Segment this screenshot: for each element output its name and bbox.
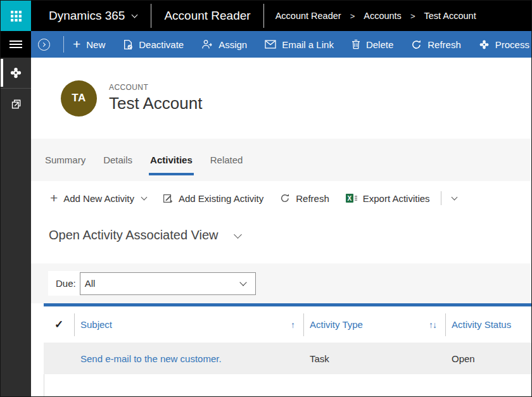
area-title[interactable]: Account Reader bbox=[151, 1, 263, 31]
refresh-label: Refresh bbox=[428, 39, 461, 50]
due-filter-value: All bbox=[85, 278, 96, 289]
cell-subject: Send e-mail to the new customer. bbox=[75, 353, 303, 364]
deactivate-label: Deactivate bbox=[139, 39, 184, 50]
plus-icon: + bbox=[73, 37, 80, 51]
refresh-activities-button[interactable]: Refresh bbox=[272, 193, 338, 204]
view-selector[interactable]: Open Activity Associated View bbox=[49, 228, 531, 243]
activities-grid: ✓ Subject ↑ Activity Type ↑↓ Activity St… bbox=[44, 303, 531, 396]
breadcrumb: Account Reader > Accounts > Test Account bbox=[264, 1, 476, 31]
chevron-down-icon bbox=[234, 230, 242, 239]
email-a-link-label: Email a Link bbox=[282, 39, 334, 50]
chevron-down-icon bbox=[132, 12, 138, 18]
activities-toolbar: + Add New Activity Add Existing Ac bbox=[45, 190, 531, 206]
circle-chevron-right-icon bbox=[38, 39, 50, 51]
left-sidebar bbox=[1, 31, 31, 396]
tab-related[interactable]: Related bbox=[201, 139, 252, 181]
process-button[interactable]: Process bbox=[470, 31, 531, 58]
tab-details[interactable]: Details bbox=[94, 139, 141, 181]
envelope-icon bbox=[265, 40, 276, 49]
sidebar-item-recent[interactable] bbox=[1, 89, 31, 119]
assign-person-icon bbox=[201, 39, 213, 49]
breadcrumb-separator: > bbox=[350, 11, 355, 21]
breadcrumb-record[interactable]: Test Account bbox=[424, 11, 476, 21]
checkmark-icon: ✓ bbox=[54, 318, 63, 331]
refresh-icon bbox=[411, 39, 422, 50]
trash-icon bbox=[352, 39, 360, 49]
assign-button[interactable]: Assign bbox=[193, 31, 256, 58]
deactivate-document-icon bbox=[123, 39, 133, 50]
activity-type-header-label: Activity Type bbox=[310, 319, 363, 330]
due-filter-select[interactable]: All bbox=[80, 272, 256, 295]
toolbar-overflow-button[interactable] bbox=[444, 197, 463, 199]
record-header: TA ACCOUNT Test Account bbox=[31, 58, 531, 139]
app-title-menu[interactable]: Dynamics 365 bbox=[31, 1, 151, 31]
sort-ascending-icon[interactable]: ↑ bbox=[291, 320, 294, 330]
subject-link[interactable]: Send e-mail to the new customer. bbox=[80, 353, 222, 364]
add-existing-activity-label: Add Existing Activity bbox=[179, 193, 263, 204]
app-launcher-button[interactable] bbox=[1, 1, 31, 31]
email-a-link-button[interactable]: Email a Link bbox=[256, 31, 343, 58]
activities-section: + Add New Activity Add Existing Ac bbox=[31, 181, 531, 263]
new-label: New bbox=[86, 39, 105, 50]
menu-button[interactable] bbox=[1, 31, 31, 58]
breadcrumb-entity-list[interactable]: Accounts bbox=[364, 11, 402, 21]
chevron-down-icon bbox=[141, 194, 148, 201]
deactivate-button[interactable]: Deactivate bbox=[114, 31, 193, 58]
page-title: Test Account bbox=[109, 94, 202, 113]
view-selector-title: Open Activity Associated View bbox=[49, 228, 218, 243]
command-bar: + New Deactivate bbox=[31, 31, 531, 58]
plus-icon: + bbox=[50, 191, 58, 205]
add-new-activity-label: Add New Activity bbox=[63, 193, 134, 204]
delete-label: Delete bbox=[366, 39, 393, 50]
cell-activity-status: Open bbox=[446, 353, 531, 364]
cell-activity-type: Task bbox=[304, 353, 445, 364]
grid-header-row: ✓ Subject ↑ Activity Type ↑↓ Activity St… bbox=[44, 306, 531, 343]
sidebar-item-sitemap[interactable] bbox=[1, 58, 31, 88]
process-label: Process bbox=[495, 39, 529, 50]
column-header-subject[interactable]: Subject ↑ bbox=[75, 319, 303, 330]
column-header-activity-type[interactable]: Activity Type ↑↓ bbox=[304, 319, 445, 330]
refresh-button[interactable]: Refresh bbox=[402, 31, 470, 58]
new-button[interactable]: + New bbox=[64, 31, 114, 58]
app-title: Dynamics 365 bbox=[49, 9, 125, 23]
toolbar-divider bbox=[441, 191, 441, 205]
table-row[interactable]: Send e-mail to the new customer. Task Op… bbox=[44, 343, 531, 374]
chevron-down-icon bbox=[451, 194, 457, 201]
refresh-activities-label: Refresh bbox=[296, 193, 329, 204]
top-nav-bar: Dynamics 365 Account Reader Account Read… bbox=[1, 1, 531, 31]
record-set-navigator-button[interactable] bbox=[31, 31, 63, 58]
grid-empty-area bbox=[44, 374, 531, 396]
column-header-activity-status[interactable]: Activity Status bbox=[446, 319, 531, 330]
dynamics-365-window: Dynamics 365 Account Reader Account Read… bbox=[0, 0, 532, 397]
breadcrumb-app[interactable]: Account Reader bbox=[276, 11, 341, 21]
tab-activities[interactable]: Activities bbox=[141, 139, 201, 181]
entity-type-label: ACCOUNT bbox=[109, 83, 202, 92]
add-existing-activity-button[interactable]: Add Existing Activity bbox=[155, 193, 272, 204]
process-gear-icon bbox=[479, 39, 490, 50]
assign-label: Assign bbox=[218, 39, 247, 50]
breadcrumb-separator: > bbox=[410, 11, 415, 21]
delete-button[interactable]: Delete bbox=[343, 31, 402, 58]
record-tabs: Summary Details Activities Related bbox=[31, 139, 531, 181]
export-activities-button[interactable]: X Export Activities bbox=[338, 193, 438, 204]
add-new-activity-button[interactable]: + Add New Activity bbox=[45, 192, 155, 205]
select-all-checkbox[interactable]: ✓ bbox=[44, 318, 74, 331]
waffle-icon bbox=[10, 10, 22, 22]
subject-header-label: Subject bbox=[80, 319, 112, 330]
due-filter-row: Due: All bbox=[31, 263, 531, 303]
recent-pages-icon bbox=[10, 98, 22, 110]
avatar: TA bbox=[61, 80, 97, 117]
export-activities-label: Export Activities bbox=[363, 193, 430, 204]
sort-both-icon[interactable]: ↑↓ bbox=[429, 320, 436, 330]
hamburger-icon bbox=[10, 39, 22, 50]
due-filter-label: Due: bbox=[48, 271, 80, 296]
pinwheel-gear-icon bbox=[10, 66, 22, 79]
tab-summary[interactable]: Summary bbox=[36, 139, 94, 181]
activity-status-header-label: Activity Status bbox=[452, 319, 511, 330]
excel-icon: X bbox=[346, 194, 357, 203]
clipboard-pencil-icon bbox=[163, 193, 173, 203]
main-content: + New Deactivate bbox=[31, 31, 531, 396]
refresh-icon bbox=[280, 193, 290, 203]
chevron-down-icon bbox=[239, 279, 246, 286]
